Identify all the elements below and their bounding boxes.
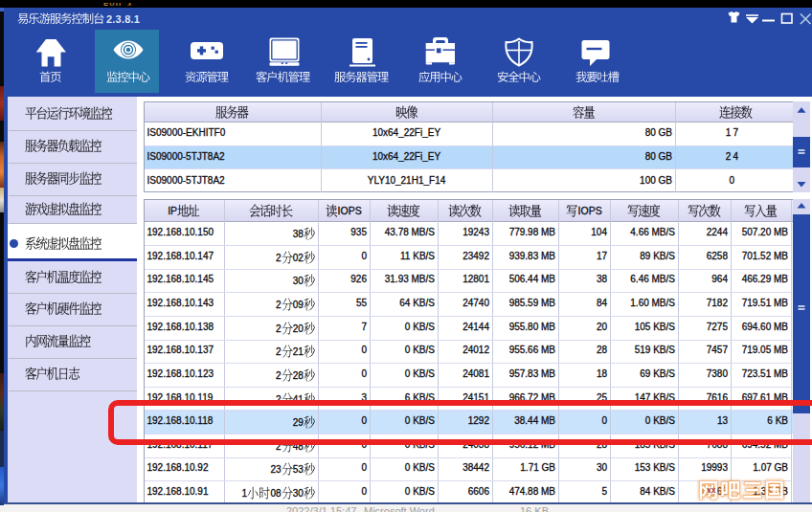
svg-text:xx: xx (707, 485, 716, 495)
